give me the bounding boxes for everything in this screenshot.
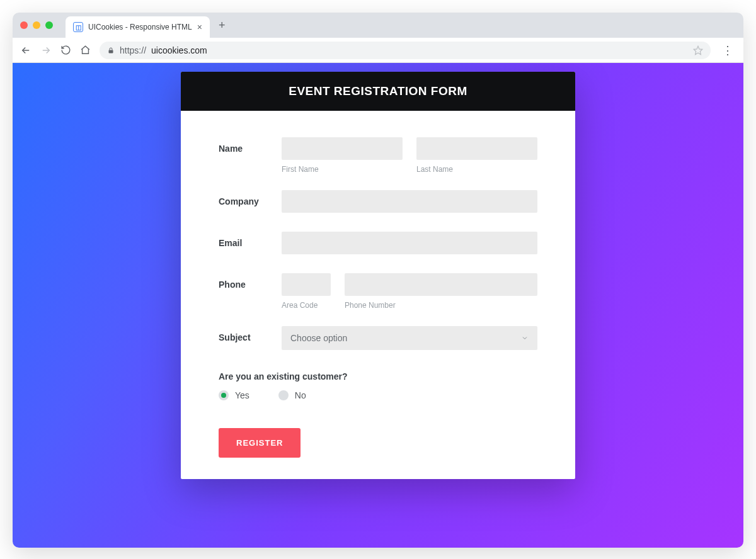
close-window-button[interactable]	[20, 21, 28, 29]
form-body: Name First Name Last Name Company	[181, 111, 575, 479]
label-email: Email	[219, 232, 282, 254]
back-button[interactable]	[20, 45, 32, 56]
url-host: uicookies.com	[151, 45, 207, 55]
area-code-sublabel: Area Code	[282, 301, 331, 310]
svg-marker-1	[694, 46, 702, 54]
browser-tab[interactable]: ◫ UICookies - Responsive HTML ×	[66, 16, 210, 38]
email-input[interactable]	[282, 232, 537, 254]
home-button[interactable]	[80, 45, 91, 55]
radio-no-label: No	[295, 390, 306, 400]
page-viewport: EVENT REGISTRATION FORM Name First Name …	[13, 63, 743, 548]
last-name-sublabel: Last Name	[416, 165, 537, 174]
radio-yes[interactable]: Yes	[219, 390, 249, 400]
url-scheme: https://	[120, 45, 146, 55]
address-bar: https://uicookies.com ⋮	[13, 38, 743, 63]
area-code-input[interactable]	[282, 273, 331, 296]
subject-select[interactable]: Choose option	[282, 326, 537, 350]
row-company: Company	[219, 190, 537, 213]
first-name-sublabel: First Name	[282, 165, 403, 174]
label-company: Company	[219, 190, 282, 213]
tab-title: UICookies - Responsive HTML	[88, 23, 192, 31]
existing-customer-radios: Yes No	[219, 390, 537, 400]
registration-card: EVENT REGISTRATION FORM Name First Name …	[181, 72, 575, 479]
radio-no[interactable]: No	[278, 390, 306, 400]
row-name: Name First Name Last Name	[219, 137, 537, 183]
forward-button[interactable]	[40, 45, 52, 56]
radio-yes-indicator	[219, 390, 229, 400]
phone-number-sublabel: Phone Number	[345, 301, 537, 310]
browser-window: ◫ UICookies - Responsive HTML × + https:…	[13, 13, 743, 548]
row-email: Email	[219, 232, 537, 254]
register-button[interactable]: REGISTER	[219, 428, 301, 458]
favicon-icon: ◫	[73, 22, 83, 32]
reload-button[interactable]	[60, 45, 71, 55]
label-subject: Subject	[219, 326, 282, 350]
svg-rect-0	[109, 50, 113, 53]
company-input[interactable]	[282, 190, 537, 213]
first-name-input[interactable]	[282, 137, 403, 160]
label-phone: Phone	[219, 273, 282, 319]
maximize-window-button[interactable]	[45, 21, 53, 29]
tab-bar: ◫ UICookies - Responsive HTML × +	[13, 13, 743, 38]
chevron-down-icon	[521, 334, 529, 342]
label-name: Name	[219, 137, 282, 183]
minimize-window-button[interactable]	[33, 21, 40, 29]
window-controls	[20, 21, 53, 29]
browser-menu-button[interactable]: ⋮	[719, 43, 736, 57]
last-name-input[interactable]	[416, 137, 537, 160]
new-tab-button[interactable]: +	[219, 19, 226, 32]
existing-customer-question: Are you an existing customer?	[219, 371, 537, 381]
phone-number-input[interactable]	[345, 273, 537, 296]
radio-no-indicator	[278, 390, 289, 400]
row-subject: Subject Choose option	[219, 326, 537, 350]
tab-close-icon[interactable]: ×	[197, 22, 202, 32]
row-phone: Phone Area Code Phone Number	[219, 273, 537, 319]
radio-yes-label: Yes	[235, 390, 249, 400]
url-input[interactable]: https://uicookies.com	[100, 42, 711, 59]
bookmark-star-icon[interactable]	[693, 45, 703, 55]
form-title: EVENT REGISTRATION FORM	[181, 72, 575, 111]
lock-icon	[107, 46, 115, 55]
subject-select-placeholder: Choose option	[290, 333, 347, 343]
